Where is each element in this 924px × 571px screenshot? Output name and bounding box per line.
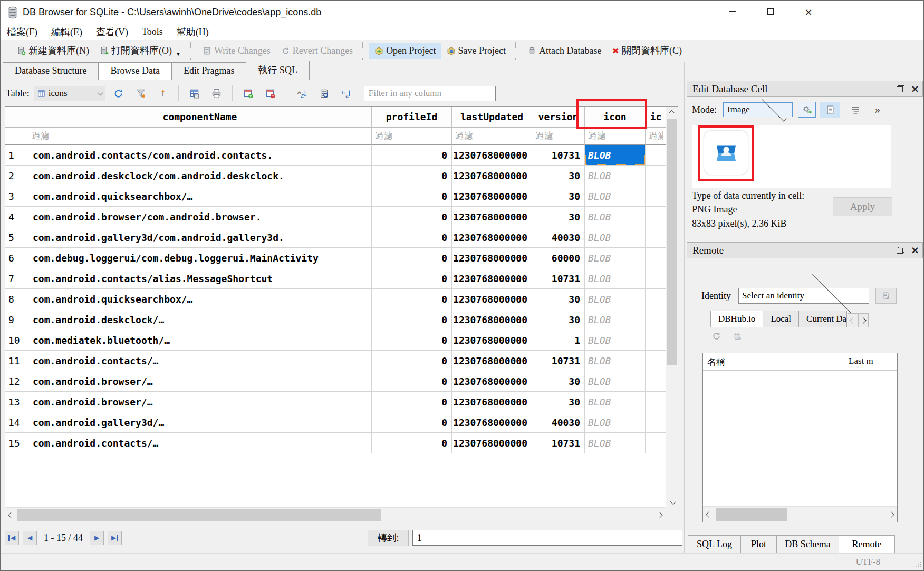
cell-version[interactable]: 10731 — [532, 145, 585, 166]
cell-ic-partial[interactable] — [646, 392, 667, 412]
identity-select[interactable]: Select an identity to conne — [738, 288, 869, 304]
cell-version[interactable]: 40030 — [532, 227, 585, 248]
identity-cert-button[interactable] — [875, 288, 897, 304]
open-database-dropdown-caret[interactable]: ▼ — [176, 51, 181, 57]
cell-lastUpdated[interactable]: 1230768000000 — [452, 412, 532, 433]
sort-asc-button[interactable]: AZ — [293, 85, 311, 101]
cell-version[interactable]: 30 — [532, 371, 585, 392]
row-number[interactable]: 11 — [5, 351, 28, 371]
scroll-thumb[interactable] — [716, 508, 787, 521]
save-project-button[interactable]: Save Project — [441, 43, 511, 59]
cell-icon-blob[interactable]: BLOB — [585, 248, 646, 268]
cell-componentName[interactable]: com.android.gallery3d/com.android.galler… — [28, 227, 372, 248]
goto-button[interactable]: 轉到: — [368, 530, 409, 546]
menu-tools[interactable]: Tools — [142, 26, 163, 37]
cell-ic-partial[interactable] — [646, 433, 667, 453]
cell-profileId[interactable]: 0 — [372, 412, 452, 433]
row-number[interactable]: 10 — [5, 330, 28, 351]
menu-edit[interactable]: 編輯(E) — [51, 26, 82, 38]
cell-lastUpdated[interactable]: 1230768000000 — [452, 145, 532, 166]
cell-icon-blob[interactable]: BLOB — [585, 412, 646, 433]
filter-componentName-input[interactable] — [28, 128, 371, 144]
cell-version[interactable]: 30 — [532, 186, 585, 207]
row-number[interactable]: 1 — [5, 145, 28, 166]
header-componentName[interactable]: componentName — [28, 107, 372, 128]
row-number[interactable]: 7 — [5, 268, 28, 289]
cell-componentName[interactable]: com.android.gallery3d/… — [28, 412, 372, 433]
row-number[interactable]: 12 — [5, 371, 28, 392]
cell-lastUpdated[interactable]: 1230768000000 — [452, 392, 532, 412]
cell-profileId[interactable]: 0 — [372, 268, 452, 289]
new-database-button[interactable]: 新建資料庫(N) — [12, 42, 94, 60]
tab-current-database[interactable]: Current Dat — [798, 311, 847, 327]
cell-componentName[interactable]: com.android.deskclock/com.android.deskcl… — [28, 166, 372, 186]
tab-db-schema[interactable]: DB Schema — [776, 535, 839, 554]
menu-file[interactable]: 檔案(F) — [7, 26, 37, 38]
next-page-button[interactable]: ▶ — [90, 531, 104, 545]
remote-list-hscrollbar[interactable] — [703, 506, 897, 522]
refresh-button[interactable] — [712, 332, 721, 343]
tab-plot[interactable]: Plot — [740, 535, 777, 554]
row-number[interactable]: 14 — [5, 412, 28, 433]
cell-lastUpdated[interactable]: 1230768000000 — [452, 351, 532, 371]
close-database-button[interactable]: ✖ 關閉資料庫(C) — [607, 42, 687, 60]
text-mode-button[interactable] — [820, 102, 840, 118]
write-changes-button[interactable]: Write Changes — [197, 43, 276, 59]
find-button[interactable] — [315, 85, 333, 101]
cell-ic-partial[interactable] — [646, 207, 667, 227]
filter-lastUpdated-input[interactable] — [452, 128, 532, 144]
row-number[interactable]: 3 — [5, 186, 28, 207]
undock-icon[interactable] — [897, 85, 904, 92]
cell-ic-partial[interactable] — [646, 227, 667, 248]
cell-profileId[interactable]: 0 — [372, 351, 452, 371]
cell-ic-partial[interactable] — [646, 330, 667, 351]
cell-icon-blob[interactable]: BLOB — [585, 227, 646, 248]
menu-view[interactable]: 查看(V) — [96, 26, 128, 38]
cell-componentName[interactable]: com.mediatek.bluetooth/… — [28, 330, 372, 351]
header-profileId[interactable]: profileId — [372, 107, 452, 128]
vertical-scroll-thumb[interactable] — [667, 119, 677, 365]
undock-icon[interactable] — [897, 247, 904, 254]
delete-record-button[interactable] — [262, 85, 280, 101]
open-database-button[interactable]: 打開資料庫(O) ▼ — [94, 42, 186, 60]
filter-any-column-input[interactable] — [364, 86, 496, 101]
cell-version[interactable]: 1 — [532, 330, 585, 351]
cell-lastUpdated[interactable]: 1230768000000 — [452, 371, 532, 392]
cell-profileId[interactable]: 0 — [372, 392, 452, 412]
vertical-scrollbar[interactable] — [666, 107, 678, 508]
horizontal-scroll-thumb[interactable] — [17, 509, 381, 521]
cell-profileId[interactable]: 0 — [372, 166, 452, 186]
goto-record-input[interactable] — [412, 530, 682, 546]
table-select[interactable]: icons — [34, 86, 105, 101]
header-name[interactable]: 名稱 — [703, 353, 845, 370]
cell-icon-blob[interactable]: BLOB — [585, 207, 646, 227]
cell-componentName[interactable]: com.debug.loggerui/com.debug.loggerui.Ma… — [28, 248, 372, 268]
tab-browse-data[interactable]: Browse Data — [98, 62, 171, 80]
tab-scroll-right-icon[interactable] — [858, 313, 869, 327]
cell-componentName[interactable]: com.android.browser/… — [28, 371, 372, 392]
tab-dbhub[interactable]: DBHub.io — [710, 311, 763, 327]
tab-edit-pragmas[interactable]: Edit Pragmas — [171, 62, 247, 80]
filter-button[interactable] — [132, 85, 150, 101]
cell-version[interactable]: 40030 — [532, 412, 585, 433]
import-data-button[interactable] — [798, 102, 816, 118]
cell-ic-partial[interactable] — [646, 289, 667, 309]
cell-profileId[interactable]: 0 — [372, 433, 452, 453]
cell-version[interactable]: 30 — [532, 309, 585, 330]
refresh-button[interactable] — [110, 85, 128, 101]
cell-lastUpdated[interactable]: 1230768000000 — [452, 309, 532, 330]
cell-componentName[interactable]: com.android.contacts/com.android.contact… — [28, 145, 372, 166]
cell-profileId[interactable]: 0 — [372, 330, 452, 351]
save-table-button[interactable] — [186, 85, 204, 101]
attach-database-button[interactable]: Attach Database — [522, 43, 607, 59]
cell-version[interactable]: 30 — [532, 166, 585, 186]
print-button[interactable] — [208, 85, 226, 101]
minimize-button[interactable] — [724, 4, 741, 20]
cell-componentName[interactable]: com.android.quicksearchbox/… — [28, 186, 372, 207]
cell-profileId[interactable]: 0 — [372, 186, 452, 207]
cell-componentName[interactable]: com.android.browser/… — [28, 392, 372, 412]
row-number[interactable]: 4 — [5, 207, 28, 227]
previous-page-button[interactable]: ◀ — [23, 531, 37, 545]
cell-icon-blob[interactable]: BLOB — [585, 268, 646, 289]
tab-remote[interactable]: Remote — [839, 535, 895, 554]
